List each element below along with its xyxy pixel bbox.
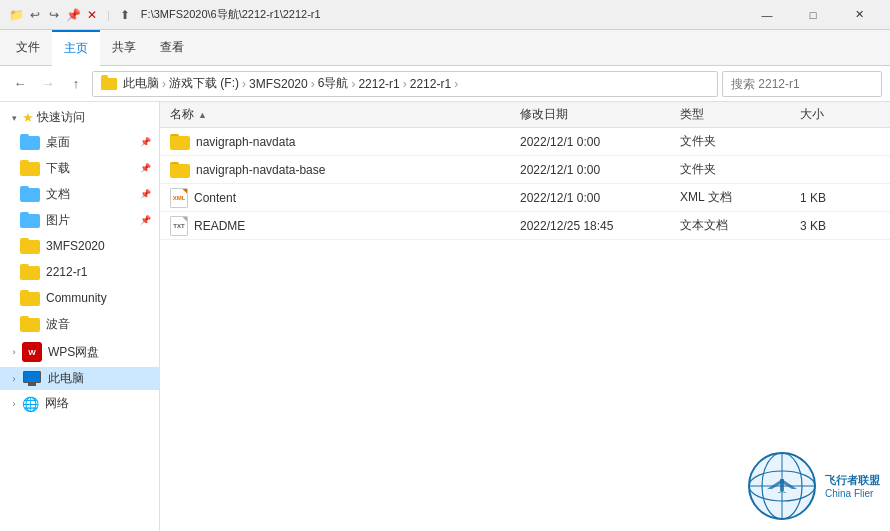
back-btn[interactable]: ←	[8, 72, 32, 96]
sidebar-item-download-label: 下载	[46, 160, 70, 177]
title-bar-icons: 📁 ↩ ↪ 📌 ✕ | ⬆	[8, 7, 133, 23]
file-name-0: navigraph-navdata	[196, 135, 295, 149]
window-controls: — □ ✕	[744, 0, 882, 30]
docs-folder-icon	[20, 186, 40, 202]
title-bar-path: F:\3MFS2020\6导航\2212-r1\2212-r1	[141, 7, 744, 22]
sidebar-item-docs[interactable]: 文档 📌	[0, 181, 159, 207]
quick-access-label: 快速访问	[37, 109, 85, 126]
sidebar-wps-header[interactable]: › W WPS网盘	[0, 339, 159, 365]
breadcrumb-2212r1[interactable]: 2212-r1	[358, 77, 399, 91]
redo-btn[interactable]: ↪	[46, 7, 62, 23]
watermark-line1: 飞行者联盟	[825, 473, 880, 488]
up-arrow-btn[interactable]: ⬆	[117, 7, 133, 23]
file-type-1: 文件夹	[680, 161, 800, 178]
breadcrumb-folder-icon	[101, 78, 117, 90]
title-bar: 📁 ↩ ↪ 📌 ✕ | ⬆ F:\3MFS2020\6导航\2212-r1\22…	[0, 0, 890, 30]
table-row[interactable]: TXT README 2022/12/25 18:45 文本文档 3 KB	[160, 212, 890, 240]
file-name-cell-3: TXT README	[170, 216, 520, 236]
sidebar: ▾ ★ 快速访问 桌面 📌 下载 📌	[0, 102, 160, 531]
watermark: 飞行者联盟 China Flier	[747, 451, 880, 521]
tab-share[interactable]: 共享	[100, 30, 148, 66]
pictures-folder-icon	[20, 212, 40, 228]
boeing-icon	[20, 316, 40, 332]
file-name-3: README	[194, 219, 245, 233]
download-folder-icon	[20, 160, 40, 176]
file-type-2: XML 文档	[680, 189, 800, 206]
tab-file[interactable]: 文件	[4, 30, 52, 66]
col-name-header[interactable]: 名称 ▲	[170, 106, 520, 123]
folder-icon-1	[170, 162, 190, 178]
col-type-header[interactable]: 类型	[680, 106, 800, 123]
sidebar-item-2212r1-label: 2212-r1	[46, 265, 87, 279]
close-small-btn[interactable]: ✕	[84, 7, 100, 23]
wps-arrow: ›	[8, 346, 20, 358]
sidebar-quick-access-header[interactable]: ▾ ★ 快速访问	[0, 106, 159, 129]
sidebar-item-download[interactable]: 下载 📌	[0, 155, 159, 181]
folder-icon-title: 📁	[8, 7, 24, 23]
sidebar-item-2212r1[interactable]: 2212-r1	[0, 259, 159, 285]
thispc-label: 此电脑	[48, 370, 84, 387]
3mfs2020-icon	[20, 238, 40, 254]
sidebar-item-desktop[interactable]: 桌面 📌	[0, 129, 159, 155]
watermark-line2: China Flier	[825, 488, 880, 499]
sidebar-item-pictures[interactable]: 图片 📌	[0, 207, 159, 233]
community-icon	[20, 290, 40, 306]
sidebar-item-docs-label: 文档	[46, 186, 70, 203]
sidebar-item-pictures-label: 图片	[46, 212, 70, 229]
search-input[interactable]	[722, 71, 882, 97]
table-row[interactable]: navigraph-navdata-base 2022/12/1 0:00 文件…	[160, 156, 890, 184]
forward-btn[interactable]: →	[36, 72, 60, 96]
file-type-0: 文件夹	[680, 133, 800, 150]
tab-view[interactable]: 查看	[148, 30, 196, 66]
watermark-text-block: 飞行者联盟 China Flier	[825, 473, 880, 499]
file-name-1: navigraph-navdata-base	[196, 163, 325, 177]
sidebar-item-3mfs2020[interactable]: 3MFS2020	[0, 233, 159, 259]
breadcrumb-pc[interactable]: 此电脑	[123, 75, 159, 92]
sidebar-item-boeing[interactable]: 波音	[0, 311, 159, 337]
table-row[interactable]: navigraph-navdata 2022/12/1 0:00 文件夹	[160, 128, 890, 156]
minimize-btn[interactable]: —	[744, 0, 790, 30]
breadcrumb-3mfs[interactable]: 3MFS2020	[249, 77, 308, 91]
svg-rect-5	[780, 479, 784, 491]
pin-icon-docs: 📌	[140, 189, 151, 199]
breadcrumb-2212r1-2[interactable]: 2212-r1	[410, 77, 451, 91]
watermark-logo-svg	[747, 451, 817, 521]
file-date-1: 2022/12/1 0:00	[520, 163, 680, 177]
sidebar-item-community[interactable]: Community	[0, 285, 159, 311]
sidebar-item-community-label: Community	[46, 291, 107, 305]
col-size-header[interactable]: 大小	[800, 106, 880, 123]
sidebar-item-3mfs2020-label: 3MFS2020	[46, 239, 105, 253]
sort-arrow-name: ▲	[198, 110, 207, 120]
file-size-3: 3 KB	[800, 219, 880, 233]
table-row[interactable]: XML Content 2022/12/1 0:00 XML 文档 1 KB	[160, 184, 890, 212]
quick-access-section: ▾ ★ 快速访问 桌面 📌 下载 📌	[0, 106, 159, 337]
computer-icon	[22, 371, 42, 387]
file-size-2: 1 KB	[800, 191, 880, 205]
ribbon: 文件 主页 共享 查看	[0, 30, 890, 66]
file-type-3: 文本文档	[680, 217, 800, 234]
pin-icon-desktop: 📌	[140, 137, 151, 147]
file-date-3: 2022/12/25 18:45	[520, 219, 680, 233]
tab-home[interactable]: 主页	[52, 30, 100, 66]
network-icon: 🌐	[22, 396, 39, 412]
col-date-header[interactable]: 修改日期	[520, 106, 680, 123]
quick-access-arrow: ▾	[8, 112, 20, 124]
maximize-btn[interactable]: □	[790, 0, 836, 30]
undo-btn[interactable]: ↩	[27, 7, 43, 23]
file-name-cell-1: navigraph-navdata-base	[170, 162, 520, 178]
folder-icon-0	[170, 134, 190, 150]
pin-btn[interactable]: 📌	[65, 7, 81, 23]
nav-bar: ← → ↑ 此电脑 › 游戏下载 (F:) › 3MFS2020 › 6导航 ›…	[0, 66, 890, 102]
wps-section: › W WPS网盘	[0, 339, 159, 365]
close-btn[interactable]: ✕	[836, 0, 882, 30]
file-list-header: 名称 ▲ 修改日期 类型 大小	[160, 102, 890, 128]
file-name-2: Content	[194, 191, 236, 205]
sidebar-network-header[interactable]: › 🌐 网络	[0, 392, 159, 415]
breadcrumb-drive[interactable]: 游戏下载 (F:)	[169, 75, 239, 92]
breadcrumb[interactable]: 此电脑 › 游戏下载 (F:) › 3MFS2020 › 6导航 › 2212-…	[92, 71, 718, 97]
thispc-section: › 此电脑	[0, 367, 159, 390]
file-name-cell-2: XML Content	[170, 188, 520, 208]
sidebar-thispc-header[interactable]: › 此电脑	[0, 367, 159, 390]
up-btn[interactable]: ↑	[64, 72, 88, 96]
breadcrumb-nav[interactable]: 6导航	[318, 75, 349, 92]
